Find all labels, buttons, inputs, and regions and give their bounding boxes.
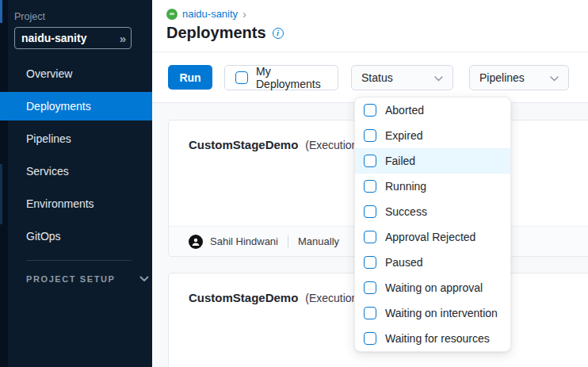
app-window: { "sidebar": { "project_label": "Project… <box>0 0 588 367</box>
chevron-down-icon <box>550 71 559 84</box>
run-button[interactable]: Run <box>168 65 212 90</box>
page-header: ∞ naidu-sanity › Deployments i <box>152 0 588 52</box>
status-menu-item[interactable]: Expired <box>355 123 510 148</box>
status-menu-item[interactable]: Failed <box>355 148 510 174</box>
triggered-by-user: Sahil Hindwani <box>210 235 278 247</box>
my-deployments-checkbox[interactable] <box>235 71 248 84</box>
project-select[interactable]: » <box>14 27 132 49</box>
project-input[interactable] <box>21 32 120 44</box>
project-setup-section[interactable]: PROJECT SETUP <box>0 274 152 284</box>
status-menu-item[interactable]: Waiting on approval <box>355 275 510 300</box>
status-filter-label: Status <box>361 71 393 84</box>
checkbox[interactable] <box>364 256 376 269</box>
status-menu-item[interactable]: Waiting on intervention <box>355 300 510 326</box>
sidebar-item-gitops[interactable]: GitOps <box>0 222 152 250</box>
status-menu-item[interactable]: Running <box>355 174 510 199</box>
sidebar-item-deployments[interactable]: Deployments <box>0 92 152 120</box>
pipelines-filter-dropdown[interactable]: Pipelines <box>469 65 569 90</box>
status-menu-item[interactable]: Success <box>355 199 510 224</box>
status-menu-item-label: Success <box>385 205 427 218</box>
status-menu-item-label: Paused <box>385 256 422 269</box>
status-menu-item-label: Waiting for resources <box>385 332 490 345</box>
chevron-down-icon <box>434 71 443 84</box>
sidebar: Project » Overview Deployments Pipelines… <box>0 0 152 367</box>
checkbox[interactable] <box>364 104 376 117</box>
chevron-down-icon <box>139 274 149 284</box>
status-menu-item-label: Aborted <box>385 104 424 117</box>
status-filter-dropdown[interactable]: Status <box>351 65 453 90</box>
toolbar: Run My Deployments Status Pipelines <box>152 52 588 103</box>
checkbox[interactable] <box>364 205 376 218</box>
status-menu-item[interactable]: Waiting for resources <box>355 326 510 351</box>
checkbox[interactable] <box>364 180 376 193</box>
sidebar-divider <box>26 260 132 261</box>
project-label: Project <box>14 11 152 22</box>
project-selector-block: Project » <box>0 0 152 49</box>
title-row: Deployments i <box>166 24 588 42</box>
status-menu-item-label: Waiting on intervention <box>385 307 498 319</box>
status-menu-item-label: Waiting on approval <box>385 281 483 294</box>
cd-module-icon: ∞ <box>166 9 178 20</box>
trigger-type: Manually <box>298 235 339 247</box>
status-menu-item-label: Running <box>385 180 426 193</box>
status-filter-menu: Aborted Expired Failed Running Success A… <box>354 97 511 352</box>
sidebar-nav: Overview Deployments Pipelines Services … <box>0 59 152 250</box>
footer-divider <box>288 235 288 247</box>
avatar <box>189 235 203 249</box>
checkbox[interactable] <box>364 129 376 142</box>
checkbox[interactable] <box>364 281 376 294</box>
pipeline-name[interactable]: CustomStageDemo <box>189 291 298 304</box>
pipelines-filter-label: Pipelines <box>479 71 525 84</box>
breadcrumb: ∞ naidu-sanity › <box>166 8 588 20</box>
sidebar-item-pipelines[interactable]: Pipelines <box>0 124 152 153</box>
status-menu-item[interactable]: Paused <box>355 250 510 275</box>
checkbox[interactable] <box>364 155 376 167</box>
status-menu-item[interactable]: Approval Rejected <box>355 224 510 250</box>
sidebar-item-overview[interactable]: Overview <box>0 59 152 88</box>
checkbox[interactable] <box>364 307 376 319</box>
my-deployments-toggle[interactable]: My Deployments <box>224 65 338 90</box>
status-menu-item[interactable]: Aborted <box>355 97 510 123</box>
page-title: Deployments <box>166 24 266 42</box>
breadcrumb-project-link[interactable]: naidu-sanity <box>182 8 238 20</box>
status-menu-item-label: Expired <box>385 129 422 142</box>
checkbox[interactable] <box>364 332 376 345</box>
info-icon[interactable]: i <box>273 28 284 39</box>
double-chevron-icon[interactable]: » <box>120 32 124 45</box>
sidebar-item-services[interactable]: Services <box>0 157 152 185</box>
person-icon <box>191 237 200 247</box>
chevron-right-icon: › <box>242 8 246 20</box>
my-deployments-label: My Deployments <box>256 65 327 90</box>
pipeline-name[interactable]: CustomStageDemo <box>189 138 298 151</box>
checkbox[interactable] <box>364 231 376 243</box>
status-menu-item-label: Failed <box>385 155 415 167</box>
sidebar-item-environments[interactable]: Environments <box>0 189 152 218</box>
status-menu-item-label: Approval Rejected <box>385 231 475 243</box>
project-setup-label: PROJECT SETUP <box>26 274 116 284</box>
